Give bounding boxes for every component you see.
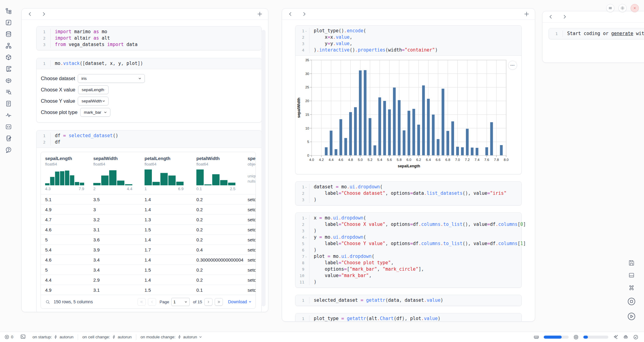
connection-status-button[interactable] (633, 334, 639, 340)
rail-chat-assistant-button[interactable] (4, 76, 13, 85)
table-row[interactable]: 4.931.40.2setosa (41, 204, 256, 214)
table-row[interactable]: 4.63.41.40.30000000000000004setosa (41, 255, 256, 265)
code-line[interactable]: 3) (295, 228, 521, 234)
code-line[interactable]: 5 label="Choose Y value", options=df.col… (295, 240, 521, 247)
copilot-button[interactable] (623, 334, 628, 340)
layout-toggle-button[interactable] (628, 272, 635, 279)
expand-right-icon[interactable] (301, 11, 308, 17)
run-mode-toggle[interactable]: on startup:autorun (33, 335, 74, 339)
code-line[interactable]: 1⌄dataset = mo.ui.dropdown( (295, 184, 521, 190)
expand-right-icon[interactable] (41, 11, 47, 17)
column-header[interactable]: petalLengthfloat6416.9 (140, 156, 192, 191)
next-page-button[interactable] (204, 298, 213, 306)
collapse-left-icon[interactable] (547, 13, 554, 20)
dropdown-select[interactable]: mark_bar (80, 108, 110, 117)
fold-chevron-icon[interactable]: ⌄ (304, 184, 308, 190)
rail-functions-button[interactable] (4, 18, 13, 27)
table-row[interactable]: 5.43.91.70.4setosa (41, 244, 256, 255)
code-editor[interactable]: 1⌄x = mo.ui.dropdown(2 label="Choose X v… (295, 213, 521, 287)
download-button[interactable]: Download (228, 299, 252, 304)
code-line[interactable]: 9 options=["mark_bar", "mark_circle"], (295, 266, 521, 273)
page-select[interactable]: 1 (171, 298, 190, 306)
dropdown-select[interactable]: iris (78, 74, 145, 83)
column-header[interactable]: sepalWidthfloat6424.4 (89, 156, 140, 191)
terminal-button[interactable] (20, 334, 26, 340)
code-line[interactable]: 2 label="Choose dataset", options=data.l… (295, 190, 521, 197)
code-line[interactable]: 4⌄y = mo.ui.dropdown( (295, 234, 521, 240)
altair-bar-chart[interactable]: 4.04.24.44.64.85.05.25.45.65.86.06.26.46… (296, 57, 521, 170)
rail-snippets-button[interactable] (4, 123, 13, 131)
code-line[interactable]: 3from vega_datasets import data (37, 41, 261, 48)
code-line[interactable]: 1df = selected_dataset() (37, 133, 261, 139)
interrupt-button[interactable] (627, 297, 636, 306)
column-header[interactable]: petalWidthfloat640.12.5 (192, 156, 243, 191)
expand-right-icon[interactable] (561, 13, 568, 20)
code-editor[interactable]: 1plot_type = getattr(alt.Chart(df), plot… (295, 313, 521, 322)
save-button[interactable] (628, 259, 635, 266)
fold-chevron-icon[interactable]: ⌄ (304, 234, 308, 240)
add-cell-button[interactable] (523, 11, 530, 17)
code-editor[interactable]: 1 Start coding or generate with (549, 28, 644, 39)
code-editor[interactable]: 1df = selected_dataset()2df (37, 130, 261, 148)
fold-chevron-icon[interactable]: ⌄ (304, 28, 308, 34)
code-line[interactable]: 1⌄x = mo.ui.dropdown( (295, 215, 521, 221)
code-line[interactable]: 1⌄plot_type().encode( (295, 28, 521, 34)
code-line[interactable]: 7⌄plot = mo.ui.dropdown( (295, 253, 521, 260)
rail-script-button[interactable] (4, 65, 13, 73)
rail-help-button[interactable] (4, 146, 13, 154)
rail-file-tree-button[interactable] (4, 7, 13, 15)
dropdown-select[interactable]: sepalWidth (78, 97, 109, 105)
run-mode-toggle[interactable]: on module change:autorun (141, 335, 203, 339)
collapse-left-icon[interactable] (287, 11, 294, 17)
previous-page-button[interactable] (148, 298, 156, 306)
collapse-left-icon[interactable] (27, 11, 33, 17)
table-row[interactable]: 5.13.51.40.2setosa (41, 194, 256, 204)
table-row[interactable]: 4.73.21.30.2setosa (41, 214, 256, 224)
code-line[interactable]: 3 y=y.value, (295, 41, 521, 47)
close-panel-button[interactable] (631, 4, 639, 12)
code-editor[interactable]: 1mo.vstack([dataset, x, y, plot]) (37, 58, 261, 69)
last-page-button[interactable] (215, 298, 223, 306)
column-header[interactable]: speciesobjectuniquenulls: (243, 156, 256, 191)
dropdown-select[interactable]: sepalLength (78, 85, 109, 94)
rail-logs-search-button[interactable] (4, 88, 13, 96)
rail-scratchpad-button[interactable] (4, 134, 13, 143)
chart-actions-button[interactable]: ••• (508, 61, 517, 70)
left-panel-scrollbar[interactable] (261, 30, 266, 306)
error-indicator[interactable]: 0 (4, 334, 13, 340)
fold-chevron-icon[interactable]: ⌄ (304, 253, 308, 260)
settings-button[interactable] (618, 4, 627, 12)
code-line[interactable]: 4).interactive().properties(width="conta… (295, 47, 521, 53)
run-button[interactable] (627, 312, 636, 321)
rail-activity-tracer-button[interactable] (4, 111, 13, 119)
code-line[interactable]: 1import marimo as mo (37, 29, 261, 35)
code-line[interactable]: 2 x=x.value, (295, 34, 521, 41)
column-header[interactable]: sepalLengthfloat644.37.9 (41, 156, 89, 191)
add-cell-button[interactable] (256, 11, 263, 17)
generate-with-ai-link[interactable]: generate (611, 31, 633, 36)
code-line[interactable]: 11) (295, 279, 521, 285)
code-editor[interactable]: 1selected_dataset = getattr(data, datase… (295, 295, 521, 306)
rail-dependency-graph-button[interactable] (4, 41, 13, 50)
menu-button[interactable] (606, 4, 614, 12)
fold-chevron-icon[interactable]: ⌄ (304, 215, 308, 221)
rail-package-button[interactable] (4, 53, 13, 62)
code-line[interactable]: 1selected_dataset = getattr(data, datase… (295, 297, 521, 304)
code-line[interactable]: 1plot_type = getattr(alt.Chart(df), plot… (295, 315, 521, 322)
keyboard-shortcuts-button[interactable] (628, 284, 635, 291)
code-line[interactable]: 10 value="mark_bar", (295, 273, 521, 279)
first-page-button[interactable] (138, 298, 146, 306)
search-icon[interactable] (45, 299, 50, 305)
table-row[interactable]: 53.61.40.2setosa (41, 234, 256, 244)
table-row[interactable]: 53.41.50.2setosa (41, 265, 256, 275)
code-line[interactable]: 3) (295, 197, 521, 203)
code-editor[interactable]: 1import marimo as mo2import altair as al… (37, 27, 261, 50)
code-line[interactable]: 2import altair as alt (37, 35, 261, 41)
rail-documentation-button[interactable] (4, 99, 13, 108)
table-row[interactable]: 4.93.11.50.1setosa (41, 285, 256, 295)
rail-database-button[interactable] (4, 30, 13, 38)
code-line[interactable]: 2df (37, 139, 261, 145)
code-line[interactable]: 1mo.vstack([dataset, x, y, plot]) (37, 60, 261, 67)
code-line[interactable]: 8 label="Choose plot type", (295, 260, 521, 266)
code-line[interactable]: 6) (295, 247, 521, 253)
